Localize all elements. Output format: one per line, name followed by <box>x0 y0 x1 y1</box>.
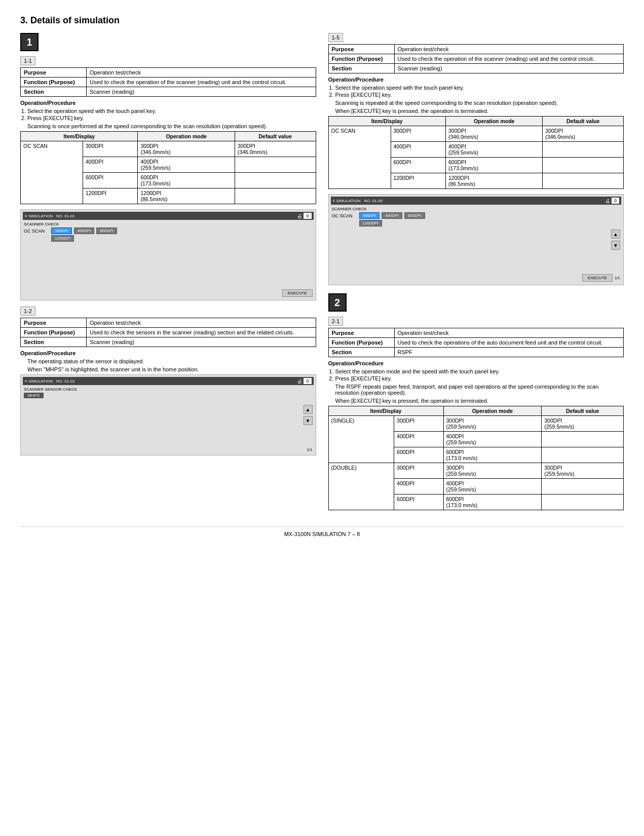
sim-down-btn-1-5[interactable]: ▼ <box>611 241 620 250</box>
subsection-1-1: 1-1 Purpose Operation test/check Functio… <box>20 56 316 300</box>
default-1200 <box>235 188 316 204</box>
section-value-1-2: Scanner (reading) <box>87 337 316 347</box>
d-300dpi: 300DPI <box>394 463 443 479</box>
mhps-indicator: MHPS <box>24 393 44 398</box>
data-table-2-1: Item/Display Operation mode Default valu… <box>328 406 624 510</box>
sim-btn-1200[interactable]: 1200DPI <box>51 235 74 242</box>
step-2-1-2: Press [EXECUTE] key. <box>335 375 624 382</box>
d-default-400 <box>542 479 624 495</box>
sim-right-btns-1-5: ▲ ▼ <box>611 230 620 250</box>
steps-list-2-1: Select the operation mode and the speed … <box>335 368 624 382</box>
execute-btn-1-1[interactable]: EXECUTE <box>282 289 313 297</box>
sim-top-right-1-5: 🖨 0 <box>605 198 619 204</box>
sim-label-1-5: ≡ SIMULATION NO. 01-05 <box>333 199 383 203</box>
sim-btn-400[interactable]: 400DPI <box>74 227 95 234</box>
default-400-1-5 <box>543 142 624 158</box>
d-default-300: 300DPI(259.5mm/s) <box>542 463 624 479</box>
step-1-5-2: Press [EXECUTE] key. <box>335 92 624 98</box>
sim-execute-row-1-5: EXECUTE 1/1 <box>582 274 620 282</box>
d-opmode-600: 600DPI(173.0 mm/s) <box>443 495 542 510</box>
sub-id-2-1: 2-1 <box>328 317 344 326</box>
sim-right-btns-1-2: ▲ ▼ <box>304 405 313 425</box>
subsection-1-2: 1-2 Purpose Operation test/check Functio… <box>20 307 316 455</box>
opmode-600: 600DPI(173.0mm/s) <box>138 173 235 188</box>
note2-1-5: When [EXECUTE] key is pressed, the opera… <box>335 108 624 114</box>
default-600 <box>235 173 316 188</box>
purpose-label-1-5: Purpose <box>328 45 394 54</box>
left-column: 1 1-1 Purpose Operation test/check Funct… <box>20 33 316 516</box>
step-1-5-1: Select the operation speed with the touc… <box>335 85 624 91</box>
page-title: 3. Details of simulation <box>20 15 624 26</box>
info-table-2-1: Purpose Operation test/check Function (P… <box>328 328 624 357</box>
sim-sub-1-1: SCANNER CHECK <box>24 222 313 226</box>
sim-row-1-5: OC SCAN 300DPI 400DPI 600DPI <box>332 212 621 219</box>
footer: MX-3100N SIMULATION 7 – 8 <box>20 526 624 537</box>
sim-btn-600[interactable]: 600DPI <box>96 227 117 234</box>
sim-execute-row-1-1: EXECUTE <box>282 289 313 297</box>
sim-up-btn[interactable]: ▲ <box>304 405 313 414</box>
opmode-1200: 1200DPI(86.5mm/s) <box>138 188 235 204</box>
page-label-1-5: 1/1 <box>615 276 620 280</box>
info-table-1-1: Purpose Operation test/check Function (P… <box>20 67 316 97</box>
s-default-400 <box>542 432 624 447</box>
steps-list-1-1: Select the operation speed with the touc… <box>27 108 316 121</box>
sim-down-btn[interactable]: ▼ <box>304 416 313 425</box>
note1-1-5: Scanning is repeated at the speed corres… <box>335 100 624 106</box>
d-600dpi: 600DPI <box>394 495 443 510</box>
note2-2-1: When [EXECUTE] key is pressed, the opera… <box>335 398 624 404</box>
function-label-1-2: Function (Purpose) <box>21 328 87 337</box>
sim-row-2-1-1: 1200DPI <box>51 235 313 242</box>
sim-label-1-1: ≡ SIMULATION NO. 01-01 <box>25 214 75 218</box>
execute-btn-1-5[interactable]: EXECUTE <box>582 274 613 282</box>
sim-up-btn-1-5[interactable]: ▲ <box>611 230 620 239</box>
default-1200-1-5 <box>543 173 624 189</box>
s-default-600 <box>542 447 624 463</box>
section-label-1-2: Section <box>21 337 87 347</box>
sim-counter-1-2: 0 <box>304 378 311 384</box>
sub-id-1-2: 1-2 <box>20 307 35 316</box>
info-table-1-5: Purpose Operation test/check Function (P… <box>328 44 624 73</box>
step-1: Select the operation speed with the touc… <box>27 108 316 114</box>
purpose-value: Operation test/check <box>87 68 316 78</box>
note1-2-1: The RSPF repeats paper feed, transport, … <box>335 384 624 396</box>
sim-btn-300-1-5[interactable]: 300DPI <box>359 212 380 219</box>
sub-id-1-5: 1-5 <box>328 33 344 42</box>
opmode-600-1-5: 600DPI(173.0mm/s) <box>445 158 542 173</box>
op-proc-title-2-1: Operation/Procedure <box>328 360 624 366</box>
function-value: Used to check the operation of the scann… <box>87 78 316 87</box>
function-value-1-2: Used to check the sensors in the scanner… <box>87 328 316 337</box>
sim-row-label: OC SCAN <box>24 229 49 234</box>
s-default-300: 300DPI(259.5mm/s) <box>542 416 624 432</box>
section-label-2-1: Section <box>328 348 394 357</box>
sim-btn-1200-1-5[interactable]: 1200DPI <box>359 220 382 226</box>
section-label-1-5: Section <box>328 64 394 73</box>
section-label: Section <box>21 87 87 97</box>
row-1200dpi: 1200DPI <box>83 188 138 204</box>
s-300dpi: 300DPI <box>394 416 443 432</box>
d-opmode-300: 300DPI(259.5mm/s) <box>443 463 542 479</box>
sim-screen-1-1: ≡ SIMULATION NO. 01-01 🖨 0 SCANNER CHECK… <box>20 209 316 300</box>
purpose-label-1-2: Purpose <box>21 318 87 328</box>
sim-btn-400-1-5[interactable]: 400DPI <box>382 212 402 219</box>
row-600dpi: 600DPI <box>83 173 138 188</box>
sim-btn-300[interactable]: 300DPI <box>51 227 72 234</box>
d-400dpi: 400DPI <box>394 479 443 495</box>
sim-mhps-row: MHPS <box>24 393 313 398</box>
sim-top-right-1-2: 🖨 0 <box>297 378 311 384</box>
info-table-1-2: Purpose Operation test/check Function (P… <box>20 318 316 347</box>
opmode-300-1-5: 300DPI(346.0mm/s) <box>445 126 542 142</box>
purpose-value-1-2: Operation test/check <box>87 318 316 328</box>
sim-counter-1-5: 0 <box>612 198 619 204</box>
purpose-label: Purpose <box>21 68 87 78</box>
sim-sub-1-2: SCANNER SENSOR CHECK <box>24 387 313 392</box>
function-label-2-1: Function (Purpose) <box>328 338 394 348</box>
sim-header-1-1: ≡ SIMULATION NO. 01-01 🖨 0 <box>23 212 314 220</box>
op-proc-title-1-2: Operation/Procedure <box>20 350 316 356</box>
col-header-opmode-1-5: Operation mode <box>445 117 542 126</box>
data-table-1-5: Item/Display Operation mode Default valu… <box>328 116 624 189</box>
op-proc-title-1-1: Operation/Procedure <box>20 100 316 106</box>
row-1200dpi-1-5: 1200DPI <box>391 173 445 189</box>
sim-btn-600-1-5[interactable]: 600DPI <box>404 212 425 219</box>
purpose-label-2-1: Purpose <box>328 328 394 338</box>
section-1-badge: 1 <box>20 33 39 51</box>
